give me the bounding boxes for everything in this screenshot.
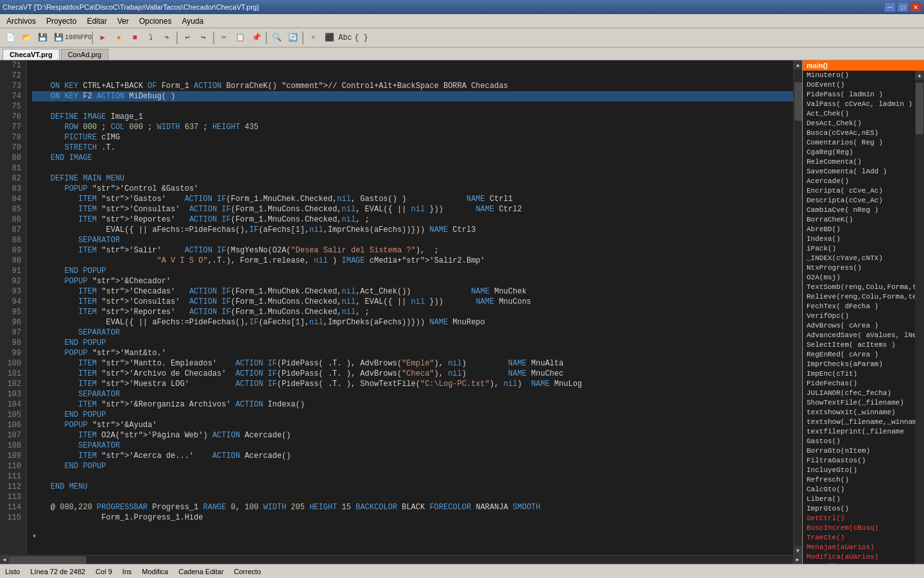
panel-item[interactable]: Refresch() [803, 475, 915, 485]
panel-item[interactable]: O2A(msj) [803, 273, 915, 283]
vertical-scrollbar[interactable]: ▲ ▼ [793, 60, 802, 555]
debug-button[interactable]: ● [111, 31, 126, 45]
panel-item[interactable]: TextSomb(reng,Colu,Forma,te [803, 283, 915, 292]
save-all-button[interactable]: 💾 [51, 31, 66, 45]
panel-item[interactable]: ImprGtos() [803, 504, 915, 514]
paste-button[interactable]: 📌 [248, 31, 264, 45]
panel-item[interactable]: AdvancedSave( aValues, lNew [803, 331, 915, 340]
maximize-button[interactable]: □ [897, 2, 909, 12]
scroll-track[interactable] [794, 69, 803, 546]
hscroll-thumb[interactable] [9, 556, 86, 564]
panel-item[interactable]: textshowxit(_winname) [803, 408, 915, 417]
hscroll-left-button[interactable]: ◄ [0, 556, 9, 565]
panel-item[interactable]: ValPass( cCveAc, ladmin ) [803, 100, 915, 109]
panel-item[interactable]: JULIANOR(cfec_fecha) [803, 389, 915, 398]
panel-item[interactable]: AdvBrows( cArea ) [803, 321, 915, 331]
panel-item[interactable]: Relieve(reng,Colu,Forma,text [803, 292, 915, 302]
redo-button[interactable]: ↪ [196, 31, 211, 45]
titlebar-controls[interactable]: ─ □ ✕ [884, 2, 921, 12]
horizontal-scrollbar[interactable]: ◄ ► [0, 555, 802, 564]
panel-scroll-up[interactable]: ▲ [915, 71, 924, 80]
panel-item[interactable]: NtxProgress() [803, 263, 915, 273]
stepover-button[interactable]: ↷ [159, 31, 175, 45]
panel-item[interactable]: Descripta(cCve_Ac) [803, 196, 915, 206]
search-button[interactable]: 🔍 [269, 31, 284, 45]
panel-item[interactable]: AbreBD() [803, 225, 915, 234]
replace-button[interactable]: 🔄 [285, 31, 300, 45]
panel-item[interactable]: Comentarios( Reg ) [803, 138, 915, 148]
panel-item[interactable]: BuscIncrem(cBusq) [803, 523, 915, 533]
panel-item[interactable]: Nuevo() [803, 562, 915, 564]
panel-item[interactable]: BorraCheK() [803, 215, 915, 225]
panel-item[interactable]: IncluyeGto() [803, 466, 915, 475]
panel-item[interactable]: textfileprint(_filename [803, 427, 915, 437]
panel-item[interactable]: Minutero() [803, 71, 915, 80]
panel-item[interactable]: CambiaCve( nReg ) [803, 206, 915, 215]
menu-ayuda[interactable]: Ayuda [178, 16, 207, 26]
copy-button[interactable]: 📋 [232, 31, 248, 45]
panel-item[interactable]: DesAct_Chek() [803, 119, 915, 128]
panel-item[interactable]: Encripta( cCve_Ac) [803, 186, 915, 196]
panel-item[interactable]: Act_Chek() [803, 109, 915, 119]
panel-item[interactable]: DoEvent() [803, 80, 915, 90]
hscroll-right-button[interactable]: ► [793, 556, 802, 565]
close-button[interactable]: ✕ [910, 2, 921, 12]
panel-item[interactable]: SelectItem( acItems ) [803, 340, 915, 350]
menu-proyecto[interactable]: Proyecto [42, 16, 80, 26]
panel-item[interactable]: Busca(cCveAc,nES) [803, 128, 915, 138]
panel-item[interactable]: CalcGto() [803, 485, 915, 495]
panel-item[interactable]: ShowTextFile(_filename) [803, 398, 915, 408]
scroll-up-button[interactable]: ▲ [794, 60, 803, 69]
menu-editar[interactable]: Editar [83, 16, 110, 26]
hscroll-track[interactable] [9, 556, 793, 565]
panel-item[interactable]: Modifica(aUarios) [803, 552, 915, 562]
step-button[interactable]: ⤵ [143, 31, 158, 45]
panel-item[interactable]: PideFechas() [803, 379, 915, 389]
menu-ver[interactable]: Ver [114, 16, 133, 26]
compile-button[interactable]: ⚡ [305, 31, 321, 45]
panel-item[interactable]: PidePass( ladmin ) [803, 90, 915, 100]
format-button[interactable]: Abc [338, 31, 353, 45]
tab-checavt[interactable]: ChecaVT.prg [3, 49, 60, 60]
panel-item[interactable]: Indexa() [803, 234, 915, 244]
tab-conad[interactable]: ConAd.prg [61, 49, 109, 60]
panel-scroll-thumb[interactable] [916, 83, 923, 134]
run-button[interactable]: ▶ [95, 31, 110, 45]
save-button[interactable]: 💾 [35, 31, 50, 45]
panel-item[interactable]: FiltraGastos() [803, 456, 915, 466]
toolbar-btn5[interactable]: 100%FPO [67, 31, 90, 45]
panel-item[interactable]: ImpEnc(cTit) [803, 369, 915, 379]
panel-item[interactable]: FechTex( dFecha ) [803, 302, 915, 311]
menu-opciones[interactable]: Opciones [135, 16, 176, 26]
open-file-button[interactable]: 📂 [19, 31, 34, 45]
code-lines[interactable]: ON KEY CTRL+ALT+BACK OF Form_1 ACTION Bo… [27, 60, 793, 555]
panel-item[interactable]: SaveComenta( lAdd ) [803, 167, 915, 177]
panel-item[interactable]: _INDEX(cYave,cNTX) [803, 254, 915, 263]
panel-item[interactable]: VerifOpc() [803, 311, 915, 321]
scroll-thumb[interactable] [794, 82, 802, 121]
panel-item[interactable]: BorraGto(nItem) [803, 446, 915, 456]
cut-button[interactable]: ✂ [216, 31, 232, 45]
new-file-button[interactable]: 📄 [3, 31, 18, 45]
panel-item[interactable]: iPack() [803, 244, 915, 254]
menu-archivos[interactable]: Archivos [3, 16, 40, 26]
panel-item[interactable]: textshow(_filename,_winname [803, 417, 915, 427]
minimize-button[interactable]: ─ [884, 2, 896, 12]
panel-item[interactable]: RegEnRed( cArea ) [803, 350, 915, 360]
brace-button[interactable]: { } [354, 31, 369, 45]
panel-scroll-track[interactable] [915, 80, 924, 564]
panel-item[interactable]: Libera() [803, 495, 915, 504]
lint-button[interactable]: ⬛ [321, 31, 337, 45]
scroll-down-button[interactable]: ▼ [794, 546, 803, 555]
panel-item[interactable]: Gastos() [803, 437, 915, 446]
panel-scrollbar[interactable]: ▲ ▼ [915, 71, 924, 564]
panel-item[interactable]: Acercade() [803, 177, 915, 186]
panel-item[interactable]: ReleComenta() [803, 157, 915, 167]
panel-item[interactable]: Menajae(aUarios) [803, 543, 915, 552]
panel-item[interactable]: ImprChecks(aParam) [803, 360, 915, 369]
panel-item[interactable]: CgaReg(Reg) [803, 148, 915, 157]
undo-button[interactable]: ↩ [180, 31, 195, 45]
stop-button[interactable]: ■ [127, 31, 142, 45]
panel-item[interactable]: SetCtrl() [803, 514, 915, 523]
panel-item[interactable]: TraeCte() [803, 533, 915, 543]
